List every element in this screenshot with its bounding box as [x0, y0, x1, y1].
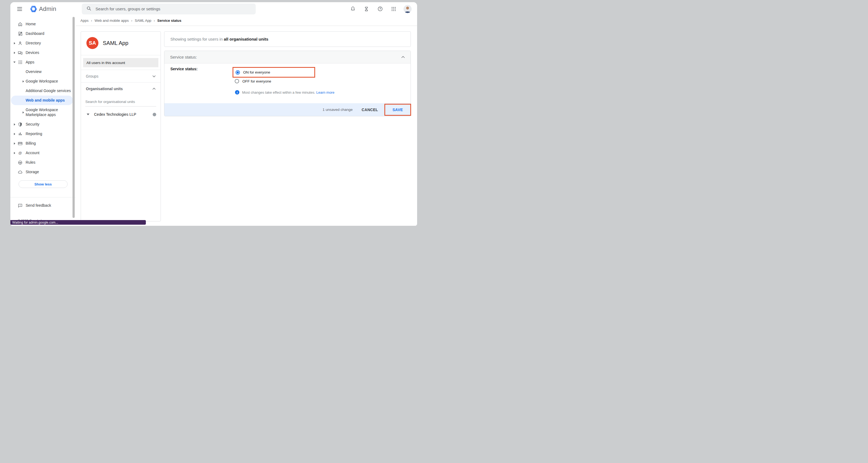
- tree-expand-icon: [87, 113, 89, 115]
- unsaved-changes-text: 1 unsaved change: [322, 107, 352, 112]
- collapse-down-icon: [13, 62, 16, 63]
- top-header: Admin: [10, 2, 417, 15]
- service-status-header[interactable]: Service status:: [164, 51, 410, 63]
- app-info-panel: SA SAML App All users in this account Gr…: [81, 31, 161, 222]
- annotation-box-save-button: SAVE: [384, 104, 411, 116]
- breadcrumb-web-and-mobile-apps[interactable]: Web and mobile apps: [95, 19, 129, 23]
- scope-prefix: Showing settings for users in: [170, 37, 224, 41]
- sidebar-item-directory[interactable]: Directory: [10, 38, 76, 48]
- devices-icon: [18, 51, 23, 55]
- account-at-icon: @: [18, 151, 23, 156]
- notifications-bell-icon[interactable]: [349, 6, 356, 12]
- breadcrumb-saml-app[interactable]: SAML App: [135, 19, 151, 23]
- service-status-body: Service status: ON for everyone: [164, 63, 410, 103]
- chevron-down-icon: [152, 75, 156, 77]
- content-area: SA SAML App All users in this account Gr…: [76, 26, 417, 226]
- billing-card-icon: [18, 141, 23, 146]
- sidebar-item-additional-google-services[interactable]: Additional Google services: [10, 86, 76, 96]
- org-unit-row[interactable]: Cedex Technologies LLP: [81, 110, 161, 119]
- sidebar-item-dashboard[interactable]: Dashboard: [10, 29, 76, 38]
- all-users-scope[interactable]: All users in this account: [83, 58, 158, 67]
- sidebar-item-google-workspace[interactable]: Google Workspace: [10, 76, 76, 86]
- service-status-card: Service status: Service status:: [164, 51, 411, 116]
- expand-right-icon: [22, 111, 25, 113]
- help-icon[interactable]: ?: [377, 6, 383, 12]
- breadcrumb-apps[interactable]: Apps: [81, 19, 89, 23]
- send-feedback-button[interactable]: Send feedback: [10, 201, 76, 210]
- menu-icon[interactable]: [17, 7, 22, 11]
- scope-card: Showing settings for users in all organi…: [164, 31, 411, 47]
- expand-right-icon: [13, 52, 16, 54]
- directory-icon: [18, 41, 23, 46]
- expand-right-icon: [22, 80, 25, 82]
- breadcrumb-current: Service status: [157, 19, 181, 23]
- sidebar-item-home[interactable]: Home: [10, 19, 76, 29]
- rules-wheel-icon: [18, 160, 23, 165]
- product-name: Admin: [39, 5, 56, 12]
- expand-right-icon: [13, 123, 16, 126]
- global-search[interactable]: [82, 4, 256, 14]
- org-unit-search-input[interactable]: [85, 99, 156, 106]
- info-text: Most changes take effect within a few mi…: [242, 91, 316, 95]
- field-label: Service status:: [170, 67, 198, 71]
- status-bar-text: Waiting for admin.google.com...: [12, 221, 58, 224]
- info-icon: i: [235, 90, 239, 95]
- learn-more-link[interactable]: Learn more: [316, 91, 334, 95]
- org-unit-status-dot: [153, 113, 156, 116]
- desktop-background: Admin: [0, 0, 428, 228]
- sidebar-item-billing[interactable]: Billing: [10, 139, 76, 148]
- settings-column: Showing settings for users in all organi…: [164, 31, 411, 116]
- expand-right-icon: [13, 133, 16, 135]
- scope-target: all organisational units: [224, 37, 268, 41]
- show-less-button[interactable]: Show less: [19, 180, 68, 188]
- sidebar-item-devices[interactable]: Devices: [10, 48, 76, 58]
- browser-status-bar: Waiting for admin.google.com...: [10, 220, 146, 225]
- radio-selected-icon[interactable]: [236, 70, 240, 75]
- tasks-hourglass-icon[interactable]: [363, 6, 370, 12]
- svg-text:@: @: [18, 151, 22, 155]
- apps-icon: [18, 60, 23, 65]
- sidebar-item-storage[interactable]: Storage: [10, 167, 76, 177]
- feedback-icon: [18, 203, 23, 208]
- radio-unselected-icon[interactable]: [235, 79, 239, 84]
- sidebar-item-apps[interactable]: Apps: [10, 58, 76, 67]
- sidebar-scrollbar[interactable]: [72, 17, 75, 218]
- sidebar-item-rules[interactable]: Rules: [10, 158, 76, 167]
- groups-section-toggle[interactable]: Groups: [81, 70, 161, 82]
- apps-grid-icon[interactable]: [391, 6, 397, 12]
- save-button[interactable]: SAVE: [391, 107, 405, 112]
- dashboard-icon: [18, 31, 23, 36]
- annotation-box-on-option: ON for everyone: [232, 67, 315, 78]
- reporting-chart-icon: [18, 132, 23, 136]
- sidebar-nav: Home Dashboard: [10, 15, 76, 226]
- user-avatar[interactable]: [403, 5, 412, 13]
- header-actions: ?: [342, 5, 412, 13]
- sidebar-item-reporting[interactable]: Reporting: [10, 129, 76, 139]
- radio-off-option[interactable]: OFF for everyone: [235, 79, 271, 84]
- app-panel-header: SA SAML App: [81, 32, 161, 55]
- sidebar-item-web-and-mobile-apps[interactable]: Web and mobile apps: [11, 96, 73, 105]
- breadcrumb-separator: ›: [154, 19, 155, 23]
- breadcrumb-separator: ›: [91, 19, 92, 23]
- save-bar: 1 unsaved change CANCEL SAVE: [164, 103, 410, 116]
- app-title: SAML App: [103, 40, 128, 46]
- app-avatar: SA: [86, 37, 98, 49]
- org-units-section-toggle[interactable]: Organisational units: [81, 82, 161, 95]
- sidebar-item-overview[interactable]: Overview: [10, 67, 76, 76]
- search-input[interactable]: [95, 6, 251, 11]
- chevron-up-icon: [152, 88, 156, 90]
- expand-right-icon: [13, 42, 16, 44]
- collapse-chevron-up-icon: [401, 56, 405, 58]
- google-admin-logo[interactable]: Admin: [30, 5, 56, 12]
- section-title: Service status:: [170, 55, 197, 59]
- sidebar-item-marketplace-apps[interactable]: Google Workspace Marketplace apps: [10, 105, 76, 120]
- breadcrumb-separator: ›: [131, 19, 132, 23]
- sidebar-item-security[interactable]: Security: [10, 120, 76, 129]
- security-shield-icon: [18, 122, 23, 127]
- expand-right-icon: [13, 142, 16, 144]
- cancel-button[interactable]: CANCEL: [360, 107, 380, 112]
- search-icon: [86, 6, 92, 12]
- sidebar-item-account[interactable]: @ Account: [10, 148, 76, 158]
- admin-hexagon-icon: [30, 5, 37, 12]
- radio-on-option[interactable]: ON for everyone: [236, 70, 270, 75]
